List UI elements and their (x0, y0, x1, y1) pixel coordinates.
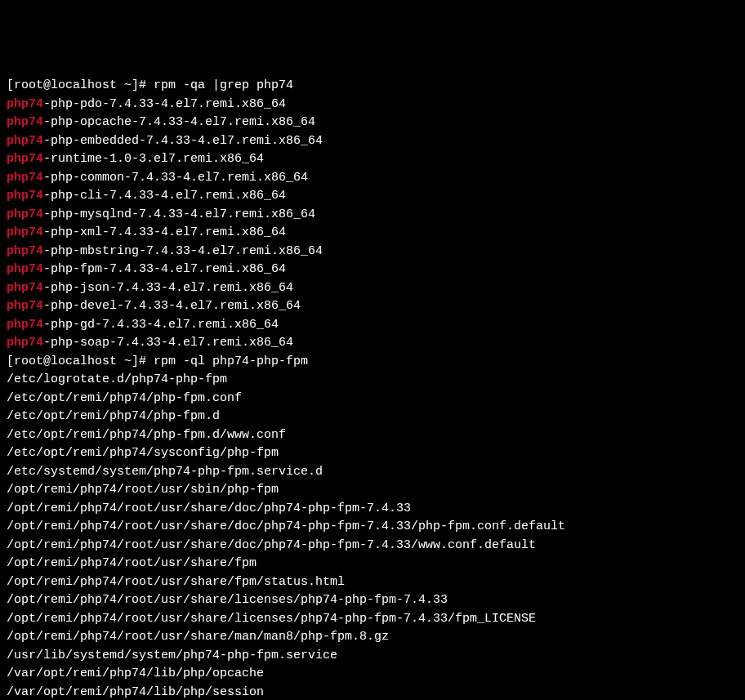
grep-match: php74 (7, 262, 43, 276)
package-suffix: -php-mysqlnd-7.4.33-4.el7.remi.x86_64 (43, 207, 315, 221)
grep-match: php74 (7, 189, 43, 203)
shell-prompt-line: [root@localhost ~]# rpm -ql php74-php-fp… (7, 353, 738, 372)
file-path: /opt/remi/php74/root/usr/share/man/man8/… (7, 630, 389, 644)
shell-prompt-line: [root@localhost ~]# rpm -qa |grep php74 (7, 77, 738, 96)
file-path: /opt/remi/php74/root/usr/share/fpm/statu… (7, 575, 345, 589)
package-line: php74-php-devel-7.4.33-4.el7.remi.x86_64 (7, 297, 738, 316)
grep-match: php74 (7, 299, 43, 313)
package-suffix: -php-pdo-7.4.33-4.el7.remi.x86_64 (43, 97, 286, 111)
file-path-line: /opt/remi/php74/root/usr/share/doc/php74… (7, 518, 738, 537)
grep-match: php74 (7, 152, 43, 166)
package-suffix: -php-fpm-7.4.33-4.el7.remi.x86_64 (43, 262, 286, 276)
file-path-line: /etc/opt/remi/php74/php-fpm.d/www.conf (7, 426, 738, 445)
file-path-line: /etc/opt/remi/php74/sysconfig/php-fpm (7, 444, 738, 463)
file-path: /etc/opt/remi/php74/php-fpm.d (7, 409, 220, 423)
file-path-line: /opt/remi/php74/root/usr/share/doc/php74… (7, 500, 738, 519)
file-path: /etc/logrotate.d/php74-php-fpm (7, 372, 227, 386)
file-path-line: /var/opt/remi/php74/lib/php/session (7, 684, 738, 701)
shell-prompt: [root@localhost ~]# rpm -ql php74-php-fp… (7, 354, 308, 368)
file-path: /opt/remi/php74/root/usr/share/fpm (7, 556, 257, 570)
package-suffix: -php-soap-7.4.33-4.el7.remi.x86_64 (43, 336, 293, 350)
file-path-line: /var/opt/remi/php74/lib/php/opcache (7, 665, 738, 684)
package-suffix: -php-opcache-7.4.33-4.el7.remi.x86_64 (43, 115, 315, 129)
package-line: php74-php-pdo-7.4.33-4.el7.remi.x86_64 (7, 96, 738, 114)
file-path-line: /opt/remi/php74/root/usr/share/fpm/statu… (7, 573, 738, 592)
package-line: php74-php-gd-7.4.33-4.el7.remi.x86_64 (7, 316, 738, 335)
file-path: /opt/remi/php74/root/usr/sbin/php-fpm (7, 483, 279, 497)
grep-match: php74 (7, 207, 43, 221)
package-line: php74-php-mbstring-7.4.33-4.el7.remi.x86… (7, 243, 738, 261)
file-path: /opt/remi/php74/root/usr/share/licenses/… (7, 612, 536, 626)
file-path-line: /etc/opt/remi/php74/php-fpm.conf (7, 390, 738, 408)
grep-match: php74 (7, 244, 43, 258)
grep-match: php74 (7, 318, 43, 332)
package-suffix: -php-xml-7.4.33-4.el7.remi.x86_64 (43, 225, 286, 239)
file-path-line: /opt/remi/php74/root/usr/sbin/php-fpm (7, 481, 738, 500)
file-path-line: /etc/opt/remi/php74/php-fpm.d (7, 408, 738, 426)
package-line: php74-php-opcache-7.4.33-4.el7.remi.x86_… (7, 114, 738, 132)
package-suffix: -php-cli-7.4.33-4.el7.remi.x86_64 (43, 189, 286, 203)
file-path-line: /usr/lib/systemd/system/php74-php-fpm.se… (7, 647, 738, 666)
grep-match: php74 (7, 134, 43, 148)
file-path-line: /opt/remi/php74/root/usr/share/doc/php74… (7, 537, 738, 555)
file-path-line: /opt/remi/php74/root/usr/share/fpm (7, 555, 738, 573)
file-path-line: /etc/logrotate.d/php74-php-fpm (7, 371, 738, 390)
package-line: php74-php-fpm-7.4.33-4.el7.remi.x86_64 (7, 261, 738, 279)
file-path: /opt/remi/php74/root/usr/share/licenses/… (7, 593, 448, 607)
grep-match: php74 (7, 336, 43, 350)
file-path-line: /etc/systemd/system/php74-php-fpm.servic… (7, 463, 738, 482)
terminal-output[interactable]: [root@localhost ~]# rpm -qa |grep php74p… (7, 77, 738, 700)
package-line: php74-php-embedded-7.4.33-4.el7.remi.x86… (7, 132, 738, 151)
package-line: php74-runtime-1.0-3.el7.remi.x86_64 (7, 150, 738, 169)
grep-match: php74 (7, 115, 43, 129)
package-suffix: -php-mbstring-7.4.33-4.el7.remi.x86_64 (43, 244, 323, 258)
file-path-line: /opt/remi/php74/root/usr/share/licenses/… (7, 591, 738, 610)
package-line: php74-php-json-7.4.33-4.el7.remi.x86_64 (7, 279, 738, 298)
file-path: /var/opt/remi/php74/lib/php/session (7, 685, 264, 699)
grep-match: php74 (7, 171, 43, 185)
package-line: php74-php-xml-7.4.33-4.el7.remi.x86_64 (7, 224, 738, 243)
file-path: /etc/systemd/system/php74-php-fpm.servic… (7, 465, 323, 479)
file-path-line: /opt/remi/php74/root/usr/share/man/man8/… (7, 628, 738, 647)
package-suffix: -php-gd-7.4.33-4.el7.remi.x86_64 (43, 318, 279, 332)
package-line: php74-php-common-7.4.33-4.el7.remi.x86_6… (7, 169, 738, 188)
file-path: /etc/opt/remi/php74/php-fpm.d/www.conf (7, 428, 286, 442)
grep-match: php74 (7, 225, 43, 239)
grep-match: php74 (7, 97, 43, 111)
package-suffix: -php-json-7.4.33-4.el7.remi.x86_64 (43, 281, 293, 295)
file-path-line: /opt/remi/php74/root/usr/share/licenses/… (7, 610, 738, 629)
file-path: /etc/opt/remi/php74/sysconfig/php-fpm (7, 446, 279, 460)
package-suffix: -php-devel-7.4.33-4.el7.remi.x86_64 (43, 299, 301, 313)
file-path: /usr/lib/systemd/system/php74-php-fpm.se… (7, 649, 337, 662)
package-suffix: -php-common-7.4.33-4.el7.remi.x86_64 (43, 171, 308, 185)
file-path: /opt/remi/php74/root/usr/share/doc/php74… (7, 519, 565, 533)
file-path: /opt/remi/php74/root/usr/share/doc/php74… (7, 538, 536, 552)
grep-match: php74 (7, 281, 43, 295)
package-line: php74-php-mysqlnd-7.4.33-4.el7.remi.x86_… (7, 206, 738, 225)
shell-prompt: [root@localhost ~]# rpm -qa |grep php74 (7, 78, 293, 92)
package-suffix: -runtime-1.0-3.el7.remi.x86_64 (43, 152, 264, 166)
package-suffix: -php-embedded-7.4.33-4.el7.remi.x86_64 (43, 134, 323, 148)
package-line: php74-php-cli-7.4.33-4.el7.remi.x86_64 (7, 187, 738, 206)
file-path: /var/opt/remi/php74/lib/php/opcache (7, 667, 264, 680)
file-path: /opt/remi/php74/root/usr/share/doc/php74… (7, 502, 411, 515)
file-path: /etc/opt/remi/php74/php-fpm.conf (7, 391, 242, 405)
package-line: php74-php-soap-7.4.33-4.el7.remi.x86_64 (7, 334, 738, 353)
